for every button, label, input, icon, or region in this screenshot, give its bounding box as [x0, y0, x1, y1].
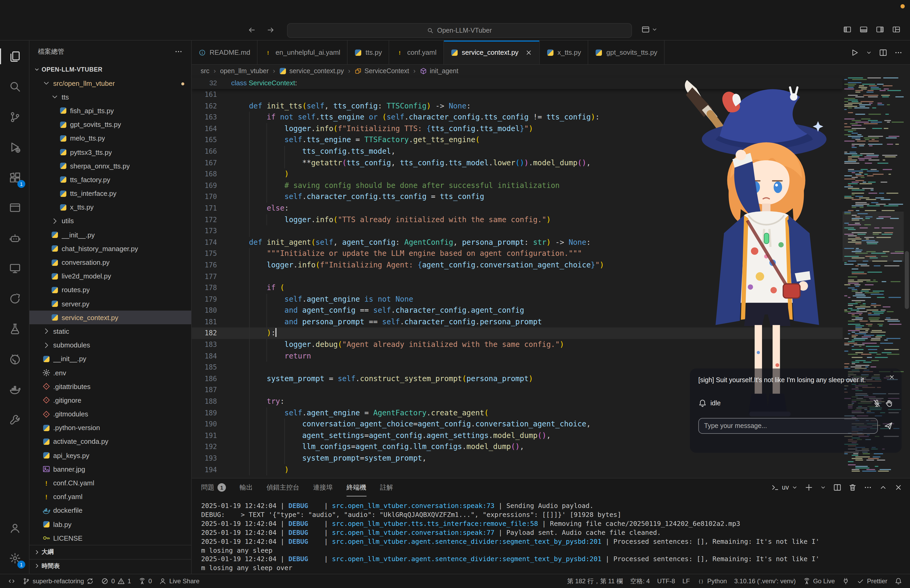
tab-readme-md[interactable]: README.md: [192, 40, 258, 64]
tree-item-license[interactable]: LICENSE: [29, 531, 191, 545]
terminal-profile-button[interactable]: uv: [771, 483, 798, 492]
editor-more-actions-icon[interactable]: [894, 48, 903, 57]
activity-accounts[interactable]: [3, 516, 26, 540]
tree-item-live2d-model-py[interactable]: live2d_model.py: [29, 269, 191, 283]
activity-remote-explorer[interactable]: [3, 257, 26, 280]
split-editor-icon[interactable]: [879, 48, 887, 57]
tree-item-lab-py[interactable]: lab.py: [29, 517, 191, 531]
breadcrumb-open-llm-vtuber[interactable]: open_llm_vtuber: [220, 67, 269, 75]
activity-remote-window[interactable]: [3, 196, 26, 219]
tree-item-activate-conda-py[interactable]: activate_conda.py: [29, 435, 191, 449]
status-python-interpreter[interactable]: 3.10.16 ('.venv': venv): [731, 574, 799, 588]
tree-item-init-py[interactable]: __init__.py: [29, 352, 191, 366]
tree-item-dockerfile[interactable]: dockerfile: [29, 504, 191, 517]
code-line-170[interactable]: 170 self.character_config.tts_config = t…: [192, 191, 842, 203]
new-terminal-icon[interactable]: [805, 483, 813, 492]
code-line-181[interactable]: 181 and persona_prompt == self.character…: [192, 317, 842, 328]
tree-item-python-version[interactable]: .python-version: [29, 421, 191, 435]
code-line-165[interactable]: 165 self.tts_engine = TTSFactory.get_tts…: [192, 134, 842, 146]
sidebar-more-actions-icon[interactable]: [174, 47, 183, 56]
tree-item-tts-factory-py[interactable]: tts_factory.py: [29, 173, 191, 187]
code-line-194[interactable]: 194 ): [192, 464, 842, 475]
command-center-search[interactable]: Open-LLM-VTuber: [287, 23, 632, 38]
toggle-sidebar-icon[interactable]: [843, 25, 852, 34]
status-prettier[interactable]: Prettier: [853, 574, 891, 588]
panel-tab-輸出[interactable]: 輸出: [239, 478, 253, 496]
tab-service-context-py[interactable]: service_context.py: [444, 40, 540, 64]
activity-settings[interactable]: 1: [3, 546, 26, 570]
status-indentation[interactable]: 空格: 4: [626, 574, 653, 588]
toggle-secondary-sidebar-icon[interactable]: [876, 25, 884, 34]
split-terminal-icon[interactable]: [833, 483, 842, 492]
activity-explorer[interactable]: [3, 45, 26, 68]
code-line-182[interactable]: 182 ):: [192, 328, 842, 339]
activity-extensions[interactable]: 1: [3, 166, 26, 189]
breadcrumb-servicecontext[interactable]: ServiceContext: [354, 67, 409, 75]
tree-item-static[interactable]: static: [29, 325, 191, 338]
code-line-168[interactable]: 168 ): [192, 168, 842, 180]
status-extension-plug[interactable]: [839, 574, 853, 588]
code-line-178[interactable]: 178 if (: [192, 282, 842, 294]
tree-item-env[interactable]: .env: [29, 366, 191, 380]
code-line-183[interactable]: 183 logger.debug("Agent already initiali…: [192, 339, 842, 351]
scrollbar-thumb[interactable]: [905, 251, 909, 309]
tab-en-unhelpful-ai-yaml[interactable]: !en_unhelpful_ai.yaml: [258, 40, 348, 64]
activity-run-debug[interactable]: [3, 136, 26, 159]
code-line-164[interactable]: 164 logger.info(f"Initializing TTS: {tts…: [192, 123, 842, 134]
workspace-root[interactable]: OPEN-LLM-VTUBER: [29, 63, 191, 76]
code-line-176[interactable]: 176 logger.info(f"Initializing Agent: {a…: [192, 260, 842, 271]
tree-item-pyttsx3-tts-py[interactable]: pyttsx3_tts.py: [29, 145, 191, 159]
tree-item-api-keys-py[interactable]: api_keys.py: [29, 449, 191, 462]
code-line-161[interactable]: 161: [192, 89, 842, 100]
tree-item-gitmodules[interactable]: .gitmodules: [29, 407, 191, 421]
tree-item-conversation-py[interactable]: conversation.py: [29, 255, 191, 269]
tree-item-service-context-py[interactable]: service_context.py: [29, 310, 191, 324]
status-notifications[interactable]: [891, 574, 906, 588]
code-line-180[interactable]: 180 and agent_config == self.character_c…: [192, 305, 842, 317]
code-line-32[interactable]: 32class ServiceContext:: [192, 78, 842, 89]
status-problems[interactable]: 01: [98, 574, 135, 588]
tree-item-init-py[interactable]: __init__.py: [29, 228, 191, 242]
code-line-193[interactable]: 193 system_prompt=system_prompt,: [192, 453, 842, 464]
send-message-icon[interactable]: [884, 421, 893, 430]
tree-item-chat-history-manager-py[interactable]: chat_history_manager.py: [29, 242, 191, 255]
minimap-viewport[interactable]: [842, 212, 904, 262]
tree-item-melo-tts-py[interactable]: melo_tts.py: [29, 132, 191, 145]
tree-item-tts[interactable]: tts: [29, 90, 191, 104]
tree-item-gitattributes[interactable]: .gitattributes: [29, 380, 191, 393]
tab-gpt-sovits-tts-py[interactable]: gpt_sovits_tts.py: [588, 40, 665, 64]
code-line-171[interactable]: 171 else:: [192, 203, 842, 214]
status-cursor-position[interactable]: 第 182 行，第 11 欄: [564, 574, 627, 588]
tree-item-tts-interface-py[interactable]: tts_interface.py: [29, 187, 191, 200]
tree-item-banner-jpg[interactable]: banner.jpg: [29, 462, 191, 476]
section-時間表[interactable]: 時間表: [29, 559, 191, 572]
run-python-file-icon[interactable]: [850, 48, 859, 57]
status-language-mode[interactable]: { }Python: [693, 574, 731, 588]
activity-source-control[interactable]: [3, 105, 26, 128]
tree-item-gitignore[interactable]: .gitignore: [29, 394, 191, 407]
microphone-muted-icon[interactable]: [873, 399, 881, 407]
tree-item-x-tts-py[interactable]: x_tts.py: [29, 200, 191, 214]
tab-x-tts-py[interactable]: x_tts.py: [540, 40, 588, 64]
panel-tab-偵錯主控台[interactable]: 偵錯主控台: [267, 478, 299, 496]
code-line-162[interactable]: 162 def init_tts(self, tts_config: TTSCo…: [192, 100, 842, 111]
terminal-launch-chevron-icon[interactable]: [820, 484, 826, 491]
panel-tab-連接埠[interactable]: 連接埠: [313, 478, 333, 496]
activity-dev-tools[interactable]: [3, 408, 26, 431]
forward-icon[interactable]: [267, 26, 275, 34]
tree-item-conf-yaml[interactable]: !conf.yaml: [29, 490, 191, 504]
profile-button[interactable]: [642, 25, 658, 34]
run-options-chevron-icon[interactable]: [866, 50, 872, 56]
breadcrumb-src[interactable]: src: [200, 67, 209, 75]
close-icon[interactable]: [525, 49, 532, 56]
code-line-169[interactable]: 169 # saving config should be done after…: [192, 180, 842, 191]
code-line-166[interactable]: 166 tts_config.tts_model,: [192, 146, 842, 157]
activity-github[interactable]: [3, 347, 26, 371]
kill-terminal-icon[interactable]: [849, 483, 857, 492]
panel-tab-終端機[interactable]: 終端機: [346, 478, 366, 496]
status-live-share[interactable]: Live Share: [156, 574, 203, 588]
panel-tab-註解[interactable]: 註解: [380, 478, 393, 496]
tree-item-fish-api-tts-py[interactable]: fish_api_tts.py: [29, 104, 191, 118]
code-line-177[interactable]: 177: [192, 271, 842, 282]
status-go-live[interactable]: Go Live: [799, 574, 839, 588]
